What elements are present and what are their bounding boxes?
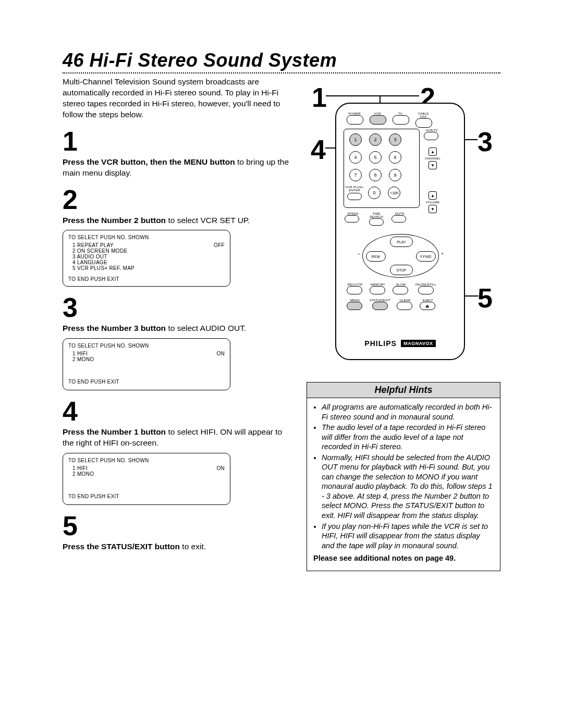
- step-5-rest: to exit.: [180, 542, 206, 551]
- menu-label: MENU: [347, 299, 363, 302]
- hints-header: Helpful Hints: [307, 382, 500, 398]
- menu3-footer: TO END PUSH EXIT: [68, 493, 225, 499]
- helpful-hints-box: Helpful Hints All programs are automatic…: [307, 382, 500, 571]
- menu-box-3: TO SELECT PUSH NO. SHOWN 1 HIFION 2 MONO…: [63, 453, 230, 505]
- page-title: 46 Hi-Fi Stereo Sound System: [63, 50, 500, 71]
- channel-down-button: ▼: [429, 161, 437, 169]
- brand-magnavox: MAGNAVOX: [401, 340, 435, 347]
- step-4-bold: Press the Number 1 button: [63, 427, 166, 436]
- tv-button: [393, 115, 409, 125]
- num-8-button: 8: [369, 169, 382, 181]
- step-number-3: 3: [63, 294, 292, 321]
- hints-note: Please see additional notes on page 49.: [313, 553, 494, 563]
- num-3-button: 3: [389, 133, 401, 146]
- plus-label: +: [441, 251, 444, 256]
- recotr-button: [347, 286, 362, 294]
- vcrtv-button: [424, 132, 438, 140]
- num-5-button: 5: [369, 151, 382, 164]
- slow-label: SLOW: [393, 283, 409, 286]
- step-5: Press the STATUS/EXIT button to exit.: [63, 541, 292, 552]
- intro-text: Multi-Channel Television Sound system br…: [63, 77, 292, 120]
- step-5-bold: Press the STATUS/EXIT button: [63, 542, 180, 551]
- hints-list: All programs are automatically recorded …: [313, 402, 494, 550]
- memory-label: MEMORY: [370, 283, 386, 286]
- clear-button: [397, 302, 412, 310]
- step-2: Press the Number 2 button to select VCR …: [63, 215, 292, 226]
- minus-label: –: [358, 251, 360, 256]
- step-1-bold: Press the VCR button, then the MENU butt…: [63, 157, 235, 166]
- callout-1: 1: [312, 82, 327, 113]
- eject-label: EJECT: [420, 299, 436, 302]
- btn-label-cable: CABLE DSS: [415, 112, 431, 118]
- ffwd-button: F.FWD: [416, 251, 436, 262]
- step-number-4: 4: [63, 398, 292, 425]
- volume-down-button: ▼: [429, 205, 437, 213]
- menu1-item: 1 REPEAT PLAY: [68, 242, 114, 248]
- menu2-footer: TO END PUSH EXIT: [68, 379, 225, 385]
- num-7-button: 7: [349, 169, 362, 181]
- hint-item: If you play non-Hi-Fi tapes while the VC…: [322, 522, 494, 551]
- menu3-item: 1 HIFI: [68, 465, 88, 471]
- mute-button: [391, 215, 406, 223]
- volume-up-button: ▲: [429, 191, 437, 200]
- vcrplus-button: [347, 193, 362, 200]
- channel-label: CHANNEL: [424, 157, 442, 160]
- stop-button: STOP: [390, 265, 413, 275]
- menu1-item: 3 AUDIO OUT: [68, 254, 107, 260]
- remote-body: POWER VCR TV CABLE DSS 1 2 3: [335, 103, 465, 360]
- step-number-1: 1: [63, 128, 292, 155]
- mute-label: MUTE: [391, 212, 408, 215]
- btn-label-power: POWER: [347, 112, 362, 115]
- pause-button: [418, 286, 434, 294]
- status-label: STATUS/EXIT: [370, 299, 390, 302]
- hint-item: The audio level of a tape recorded in Hi…: [322, 423, 494, 452]
- step-4: Press the Number 1 button to select HIFI…: [63, 427, 292, 449]
- btn-label-tv: TV: [393, 112, 408, 115]
- menu-box-2: TO SELECT PUSH NO. SHOWN 1 HIFION 2 MONO…: [63, 338, 230, 390]
- vcrplus-label: VCR PLUS+ ENTER: [345, 186, 364, 192]
- menu1-item: 4 LANGUAGE: [68, 260, 107, 265]
- speed-label: SPEED: [345, 212, 361, 215]
- step-number-5: 5: [63, 512, 292, 539]
- title-divider: [63, 72, 500, 73]
- menu3-header: TO SELECT PUSH NO. SHOWN: [68, 458, 225, 463]
- num-4-button: 4: [349, 151, 362, 164]
- num-9-button: 9: [389, 169, 401, 181]
- num-6-button: 6: [389, 151, 401, 164]
- vcr-button: [370, 115, 386, 125]
- step-number-2: 2: [63, 186, 292, 213]
- pause-label: PAUSE/STILL: [415, 283, 436, 286]
- rew-button: REW: [366, 251, 386, 262]
- callout-3: 3: [478, 126, 493, 157]
- menu1-item: 2 ON SCREEN MODE: [68, 248, 127, 254]
- step-1: Press the VCR button, then the MENU butt…: [63, 157, 292, 179]
- title-text: Hi-Fi Stereo Sound System: [90, 50, 337, 71]
- remote-brand: PHILIPS MAGNAVOX: [340, 338, 460, 348]
- num-2-button: 2: [369, 133, 382, 146]
- slow-button: [393, 286, 408, 294]
- btn-label-vcr: VCR: [370, 112, 385, 115]
- vcrtv-label: VCR/TV: [424, 129, 439, 132]
- callout-line: [380, 95, 419, 96]
- menu-button: [347, 302, 362, 310]
- channel-up-button: ▲: [429, 147, 437, 156]
- callout-4: 4: [311, 134, 326, 165]
- step-2-rest: to select VCR SET UP.: [166, 216, 250, 225]
- volume-label: VOLUME: [424, 201, 442, 204]
- page-number: 46: [63, 50, 84, 71]
- remote-diagram: 1 2 3 4 5 POWER: [307, 77, 500, 368]
- menu3-item: 2 MONO: [68, 471, 94, 477]
- menu1-footer: TO END PUSH EXIT: [68, 276, 225, 282]
- hint-item: All programs are automatically recorded …: [322, 402, 494, 422]
- step-2-bold: Press the Number 2 button: [63, 216, 166, 225]
- step-3-bold: Press the Number 3 button: [63, 324, 166, 332]
- plus100-button: +100: [388, 187, 400, 199]
- cable-button: [415, 118, 432, 128]
- speed-button: [345, 215, 359, 223]
- num-0-button: 0: [368, 187, 381, 199]
- clear-label: CLEAR: [397, 299, 413, 302]
- num-1-button: 1: [349, 133, 362, 146]
- menu1-header: TO SELECT PUSH NO. SHOWN: [68, 235, 225, 240]
- eject-button: ⏏: [420, 302, 435, 310]
- play-button: PLAY: [390, 237, 413, 247]
